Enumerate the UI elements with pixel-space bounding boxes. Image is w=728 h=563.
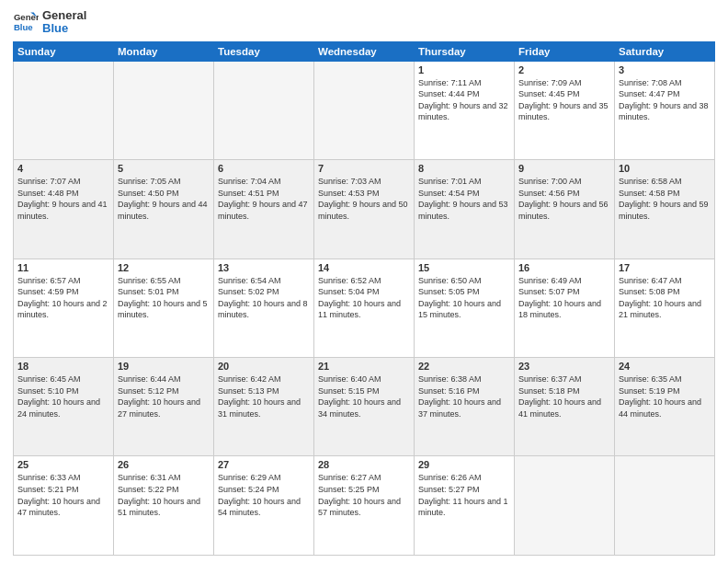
day-number: 18 [17,361,109,372]
day-info: Sunrise: 7:11 AMSunset: 4:44 PMDaylight:… [418,77,510,123]
logo-line2: Blue [42,22,86,35]
day-info: Sunrise: 6:54 AMSunset: 5:02 PMDaylight:… [218,275,310,321]
col-header-thursday: Thursday [415,41,515,61]
day-number: 6 [218,163,310,174]
day-info: Sunrise: 6:52 AMSunset: 5:04 PMDaylight:… [318,275,410,321]
day-number: 12 [118,262,210,273]
day-info: Sunrise: 6:33 AMSunset: 5:21 PMDaylight:… [17,472,109,518]
day-number: 9 [518,163,610,174]
day-number: 8 [418,163,510,174]
page: General Blue General Blue SundayMondayTu… [0,0,728,563]
calendar-cell: 17Sunrise: 6:47 AMSunset: 5:08 PMDayligh… [615,259,715,357]
calendar-cell: 24Sunrise: 6:35 AMSunset: 5:19 PMDayligh… [615,358,715,456]
day-number: 14 [318,262,410,273]
day-number: 19 [118,361,210,372]
calendar-cell: 4Sunrise: 7:07 AMSunset: 4:48 PMDaylight… [14,160,114,259]
calendar-cell: 29Sunrise: 6:26 AMSunset: 5:27 PMDayligh… [415,456,515,556]
logo-line1: General [42,9,86,22]
logo: General Blue General Blue [13,9,86,36]
day-info: Sunrise: 6:38 AMSunset: 5:16 PMDaylight:… [418,373,510,419]
calendar-week-1: 1Sunrise: 7:11 AMSunset: 4:44 PMDaylight… [14,61,715,159]
col-header-wednesday: Wednesday [314,41,415,61]
col-header-saturday: Saturday [615,41,715,61]
day-info: Sunrise: 6:40 AMSunset: 5:15 PMDaylight:… [318,373,410,419]
day-number: 11 [17,262,109,273]
calendar-cell [214,61,314,159]
logo-icon: General Blue [13,9,39,35]
calendar-cell: 10Sunrise: 6:58 AMSunset: 4:58 PMDayligh… [615,160,715,259]
day-number: 28 [318,459,410,470]
day-number: 1 [418,64,510,75]
calendar-cell: 15Sunrise: 6:50 AMSunset: 5:05 PMDayligh… [415,259,515,357]
calendar-cell: 22Sunrise: 6:38 AMSunset: 5:16 PMDayligh… [415,358,515,456]
day-number: 10 [619,163,711,174]
day-number: 20 [218,361,310,372]
day-number: 15 [418,262,510,273]
day-number: 3 [619,64,711,75]
calendar-week-3: 11Sunrise: 6:57 AMSunset: 4:59 PMDayligh… [14,259,715,357]
day-info: Sunrise: 7:07 AMSunset: 4:48 PMDaylight:… [17,176,109,222]
calendar-cell: 18Sunrise: 6:45 AMSunset: 5:10 PMDayligh… [14,358,114,456]
calendar-cell: 7Sunrise: 7:03 AMSunset: 4:53 PMDaylight… [314,160,415,259]
day-number: 23 [518,361,610,372]
day-number: 21 [318,361,410,372]
day-info: Sunrise: 6:58 AMSunset: 4:58 PMDaylight:… [619,176,711,222]
day-number: 5 [118,163,210,174]
day-number: 25 [17,459,109,470]
day-info: Sunrise: 6:49 AMSunset: 5:07 PMDaylight:… [518,275,610,321]
col-header-tuesday: Tuesday [214,41,314,61]
calendar: SundayMondayTuesdayWednesdayThursdayFrid… [13,41,715,556]
day-info: Sunrise: 6:42 AMSunset: 5:13 PMDaylight:… [218,373,310,419]
day-info: Sunrise: 7:01 AMSunset: 4:54 PMDaylight:… [418,176,510,222]
calendar-cell: 27Sunrise: 6:29 AMSunset: 5:24 PMDayligh… [214,456,314,556]
calendar-cell: 13Sunrise: 6:54 AMSunset: 5:02 PMDayligh… [214,259,314,357]
calendar-cell: 3Sunrise: 7:08 AMSunset: 4:47 PMDaylight… [615,61,715,159]
calendar-week-2: 4Sunrise: 7:07 AMSunset: 4:48 PMDaylight… [14,160,715,259]
calendar-cell: 6Sunrise: 7:04 AMSunset: 4:51 PMDaylight… [214,160,314,259]
calendar-cell: 28Sunrise: 6:27 AMSunset: 5:25 PMDayligh… [314,456,415,556]
calendar-cell [114,61,214,159]
calendar-cell: 26Sunrise: 6:31 AMSunset: 5:22 PMDayligh… [114,456,214,556]
calendar-cell: 11Sunrise: 6:57 AMSunset: 4:59 PMDayligh… [14,259,114,357]
day-info: Sunrise: 6:47 AMSunset: 5:08 PMDaylight:… [619,275,711,321]
day-info: Sunrise: 6:57 AMSunset: 4:59 PMDaylight:… [17,275,109,321]
day-info: Sunrise: 7:05 AMSunset: 4:50 PMDaylight:… [118,176,210,222]
calendar-cell [515,456,615,556]
day-number: 29 [418,459,510,470]
day-number: 7 [318,163,410,174]
calendar-cell: 2Sunrise: 7:09 AMSunset: 4:45 PMDaylight… [515,61,615,159]
day-info: Sunrise: 6:31 AMSunset: 5:22 PMDaylight:… [118,472,210,518]
day-info: Sunrise: 7:00 AMSunset: 4:56 PMDaylight:… [518,176,610,222]
calendar-cell: 8Sunrise: 7:01 AMSunset: 4:54 PMDaylight… [415,160,515,259]
calendar-cell [615,456,715,556]
day-info: Sunrise: 6:27 AMSunset: 5:25 PMDaylight:… [318,472,410,518]
calendar-cell: 25Sunrise: 6:33 AMSunset: 5:21 PMDayligh… [14,456,114,556]
calendar-header-row: SundayMondayTuesdayWednesdayThursdayFrid… [14,41,715,61]
day-info: Sunrise: 6:45 AMSunset: 5:10 PMDaylight:… [17,373,109,419]
day-number: 26 [118,459,210,470]
day-info: Sunrise: 6:37 AMSunset: 5:18 PMDaylight:… [518,373,610,419]
calendar-cell [14,61,114,159]
svg-text:Blue: Blue [14,22,33,32]
day-number: 4 [17,163,109,174]
calendar-cell: 21Sunrise: 6:40 AMSunset: 5:15 PMDayligh… [314,358,415,456]
day-info: Sunrise: 6:50 AMSunset: 5:05 PMDaylight:… [418,275,510,321]
calendar-cell: 1Sunrise: 7:11 AMSunset: 4:44 PMDaylight… [415,61,515,159]
col-header-monday: Monday [114,41,214,61]
day-info: Sunrise: 6:55 AMSunset: 5:01 PMDaylight:… [118,275,210,321]
day-number: 22 [418,361,510,372]
calendar-cell: 23Sunrise: 6:37 AMSunset: 5:18 PMDayligh… [515,358,615,456]
day-info: Sunrise: 6:29 AMSunset: 5:24 PMDaylight:… [218,472,310,518]
calendar-cell: 19Sunrise: 6:44 AMSunset: 5:12 PMDayligh… [114,358,214,456]
calendar-cell: 5Sunrise: 7:05 AMSunset: 4:50 PMDaylight… [114,160,214,259]
day-info: Sunrise: 6:44 AMSunset: 5:12 PMDaylight:… [118,373,210,419]
calendar-cell: 16Sunrise: 6:49 AMSunset: 5:07 PMDayligh… [515,259,615,357]
svg-text:General: General [14,13,39,23]
day-info: Sunrise: 7:09 AMSunset: 4:45 PMDaylight:… [518,77,610,123]
calendar-cell: 9Sunrise: 7:00 AMSunset: 4:56 PMDaylight… [515,160,615,259]
calendar-cell: 20Sunrise: 6:42 AMSunset: 5:13 PMDayligh… [214,358,314,456]
day-number: 13 [218,262,310,273]
calendar-week-4: 18Sunrise: 6:45 AMSunset: 5:10 PMDayligh… [14,358,715,456]
day-number: 16 [518,262,610,273]
col-header-sunday: Sunday [14,41,114,61]
